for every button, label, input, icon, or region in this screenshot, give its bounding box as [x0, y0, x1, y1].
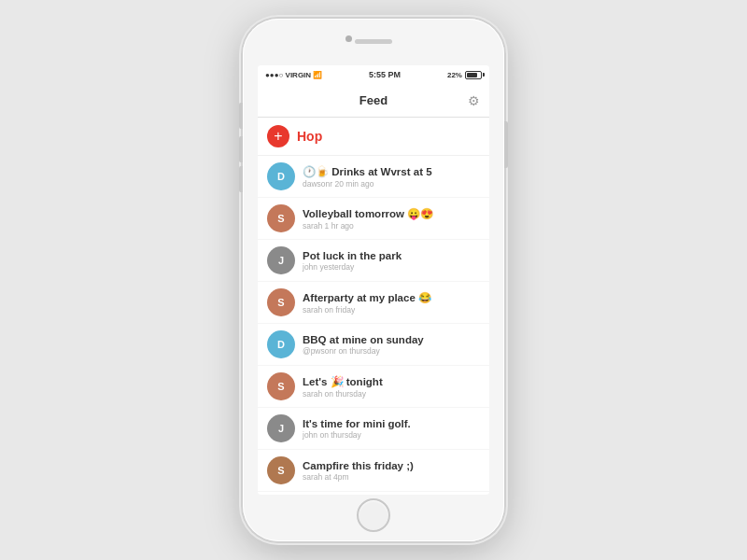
item-sub: sarah on friday: [303, 305, 480, 315]
battery-icon: [465, 71, 482, 79]
avatar: S: [267, 288, 295, 316]
item-sub: sarah at 4pm: [303, 472, 480, 482]
hop-plus-button[interactable]: +: [267, 125, 289, 147]
nav-title: Feed: [359, 93, 388, 107]
time-text: 5:55 PM: [369, 70, 401, 79]
avatar: S: [267, 204, 295, 232]
status-bar: ●●●○ VIRGIN 📶 5:55 PM 22%: [258, 65, 489, 84]
item-title: BBQ at mine on sunday: [303, 334, 480, 345]
feed-item-potluck[interactable]: J Pot luck in the park john yesterday: [258, 240, 489, 282]
hop-label: Hop: [297, 129, 322, 144]
gear-icon[interactable]: ⚙: [468, 93, 480, 108]
item-title: Let's 🎉 tonight: [303, 375, 480, 388]
item-sub: sarah on thursday: [303, 389, 480, 399]
avatar: D: [267, 162, 295, 190]
item-sub: john yesterday: [303, 262, 480, 272]
camera: [345, 35, 352, 42]
avatar: J: [267, 246, 295, 274]
nav-bar: Feed ⚙: [258, 84, 489, 118]
item-sub: john on thursday: [303, 430, 480, 440]
item-content: It's time for mini golf. john on thursda…: [303, 418, 480, 440]
item-title: Pot luck in the park: [303, 250, 480, 261]
item-sub: dawsonr 20 min ago: [303, 179, 480, 189]
item-title: Volleyball tomorrow 😛😍: [303, 207, 480, 220]
wifi-icon: 📶: [313, 71, 322, 79]
avatar: S: [267, 456, 295, 484]
status-right: 22%: [447, 71, 482, 79]
phone-screen: ●●●○ VIRGIN 📶 5:55 PM 22% Feed ⚙ + Hop: [258, 65, 489, 495]
item-content: Campfire this friday ;) sarah at 4pm: [303, 460, 480, 482]
item-content: Afterparty at my place 😂 sarah on friday: [303, 291, 480, 315]
feed-item-campfire[interactable]: S Campfire this friday ;) sarah at 4pm: [258, 450, 489, 492]
item-content: Pot luck in the park john yesterday: [303, 250, 480, 272]
item-title: Afterparty at my place 😂: [303, 291, 480, 304]
item-content: 🕐🍺 Drinks at Wvrst at 5 dawsonr 20 min a…: [303, 165, 480, 189]
speaker: [355, 39, 392, 44]
battery-pct: 22%: [447, 71, 462, 79]
feed-item-volleyball[interactable]: S Volleyball tomorrow 😛😍 sarah 1 hr ago: [258, 198, 489, 240]
item-content: Let's 🎉 tonight sarah on thursday: [303, 375, 480, 399]
item-title: It's time for mini golf.: [303, 418, 480, 429]
feed-item-lets[interactable]: S Let's 🎉 tonight sarah on thursday: [258, 366, 489, 408]
feed-item-bbq[interactable]: D BBQ at mine on sunday @pwsonr on thurs…: [258, 324, 489, 366]
avatar: D: [267, 330, 295, 358]
feed-item-minigolf[interactable]: J It's time for mini golf. john on thurs…: [258, 408, 489, 450]
feed[interactable]: + Hop D 🕐🍺 Drinks at Wvrst at 5 dawsonr …: [258, 118, 489, 495]
feed-list: D 🕐🍺 Drinks at Wvrst at 5 dawsonr 20 min…: [258, 156, 489, 495]
avatar: J: [267, 414, 295, 442]
feed-item-beach[interactable]: S Beach day, bring a game sarah on thurs…: [258, 492, 489, 495]
feed-item-afterparty[interactable]: S Afterparty at my place 😂 sarah on frid…: [258, 282, 489, 324]
feed-item-drinks[interactable]: D 🕐🍺 Drinks at Wvrst at 5 dawsonr 20 min…: [258, 156, 489, 198]
item-title: 🕐🍺 Drinks at Wvrst at 5: [303, 165, 480, 178]
carrier-text: ●●●○ VIRGIN: [265, 71, 311, 79]
home-button[interactable]: [357, 498, 390, 532]
hop-header[interactable]: + Hop: [258, 118, 489, 156]
status-left: ●●●○ VIRGIN 📶: [265, 71, 322, 79]
phone-frame: ●●●○ VIRGIN 📶 5:55 PM 22% Feed ⚙ + Hop: [243, 19, 504, 541]
battery-fill: [467, 73, 477, 77]
item-sub: @pwsonr on thursday: [303, 346, 480, 356]
item-title: Campfire this friday ;): [303, 460, 480, 471]
item-content: BBQ at mine on sunday @pwsonr on thursda…: [303, 334, 480, 356]
avatar: S: [267, 372, 295, 400]
item-content: Volleyball tomorrow 😛😍 sarah 1 hr ago: [303, 207, 480, 231]
item-sub: sarah 1 hr ago: [303, 221, 480, 231]
